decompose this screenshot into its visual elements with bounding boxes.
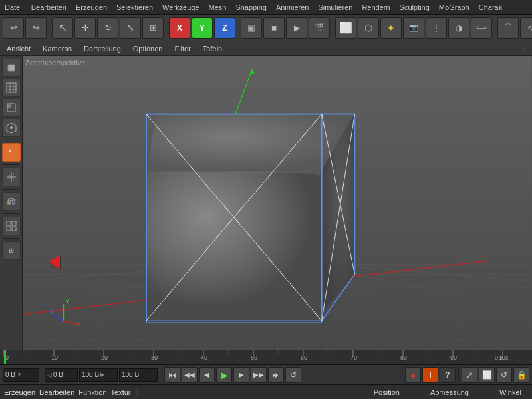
object-mode-btn[interactable] xyxy=(2,59,21,77)
next-frame-button[interactable]: ▶ xyxy=(233,367,249,383)
menu-charak[interactable]: Charak xyxy=(474,2,507,13)
menu-werkzeuge[interactable]: Werkzeuge xyxy=(158,2,203,13)
render-view-button[interactable]: ▶ xyxy=(286,17,307,39)
menu-mograph[interactable]: MoGraph xyxy=(434,2,474,13)
refresh-btn[interactable]: ↺ xyxy=(496,367,512,383)
go-end-button[interactable]: ⏭ xyxy=(268,367,284,383)
timeline[interactable]: 0 10 20 30 40 50 60 70 80 90 100 xyxy=(0,350,532,364)
boole-button[interactable]: ◑ xyxy=(448,17,469,39)
layout-btn[interactable]: ⤢ xyxy=(462,367,477,383)
svg-marker-7 xyxy=(7,104,11,108)
render-region-button[interactable]: ▣ xyxy=(241,17,262,39)
menu-sculpting[interactable]: Sculpting xyxy=(395,2,434,13)
view-filter[interactable]: Filter xyxy=(170,43,194,54)
lock-btn[interactable]: 🔒 xyxy=(513,367,529,383)
view-kameras[interactable]: Kameras xyxy=(39,43,76,54)
grid-btn[interactable] xyxy=(2,217,21,235)
axis-z-button[interactable]: Z xyxy=(214,17,235,39)
axis-y-button[interactable]: Y xyxy=(192,17,213,39)
menu-animieren[interactable]: Animieren xyxy=(271,2,314,13)
status-bearbeiten[interactable]: Bearbeiten xyxy=(39,388,74,396)
view-optionen[interactable]: Optionen xyxy=(129,43,167,54)
settings-btn[interactable] xyxy=(2,241,21,260)
menu-snapping[interactable]: Snapping xyxy=(231,2,271,13)
render-anim-button[interactable]: 🎬 xyxy=(309,17,330,39)
scale-tool-button[interactable]: ⤡ xyxy=(120,17,141,39)
view-tafeln[interactable]: Tafeln xyxy=(199,43,226,54)
undo-button[interactable]: ↩ xyxy=(3,17,24,39)
camera-button[interactable]: 📷 xyxy=(403,17,424,39)
menu-selektieren[interactable]: Selektieren xyxy=(112,2,158,13)
svg-text:70: 70 xyxy=(350,354,357,361)
next-key-button[interactable]: ▶▶ xyxy=(251,367,267,383)
select-tool-button[interactable]: ↖ xyxy=(52,17,73,39)
play-button[interactable]: ▶ xyxy=(216,367,232,383)
viewport-toolbar: Ansicht Kameras Darstellung Optionen Fil… xyxy=(0,41,532,56)
svg-rect-10 xyxy=(7,148,15,156)
snap-grid-btn[interactable] xyxy=(2,168,21,186)
menu-mesh[interactable]: Mesh xyxy=(203,2,231,13)
axis-x-button[interactable]: X xyxy=(169,17,190,39)
key-value-field[interactable]: 100 B xyxy=(119,368,158,382)
statusbar-right: Position Abmessung Winkel xyxy=(374,388,528,396)
view-darstellung[interactable]: Darstellung xyxy=(80,43,125,54)
frame-start-field[interactable]: ◁ 0 B xyxy=(45,368,78,382)
svg-rect-19 xyxy=(12,221,16,225)
go-start-button[interactable]: ⏮ xyxy=(164,367,180,383)
record-button[interactable]: ● xyxy=(405,367,421,383)
render-still-button[interactable]: ◼ xyxy=(263,17,285,39)
left-sidebar xyxy=(0,56,23,350)
current-frame-field[interactable]: 0 B ▼ xyxy=(3,368,39,382)
sculpt-mode-btn[interactable] xyxy=(2,143,21,162)
redo-button[interactable]: ↪ xyxy=(25,17,47,39)
hair-button[interactable]: ∿ xyxy=(520,17,532,39)
magnet-btn[interactable] xyxy=(2,192,21,211)
frame-end-field[interactable]: 100 B ▶ xyxy=(79,368,118,382)
prev-frame-button[interactable]: ◀ xyxy=(199,367,215,383)
svg-text:10: 10 xyxy=(51,354,58,361)
menu-simulieren[interactable]: Simulieren xyxy=(313,2,357,13)
sidebar-sep-3 xyxy=(3,189,19,190)
deform-button[interactable]: ⌒ xyxy=(497,17,519,39)
menu-bearbeiten[interactable]: Bearbeiten xyxy=(27,2,71,13)
loop-button[interactable]: ↺ xyxy=(285,367,301,383)
texture-mode-btn[interactable] xyxy=(2,78,21,97)
transform-tool-button[interactable]: ⊞ xyxy=(142,17,164,39)
status-funktion[interactable]: Funktion xyxy=(78,388,106,396)
cube-prim-button[interactable]: ⬜ xyxy=(335,17,356,39)
sidebar-sep-2 xyxy=(3,164,19,165)
menu-rendern[interactable]: Rendern xyxy=(357,2,394,13)
uv-mode-btn[interactable] xyxy=(2,98,21,117)
rotate-tool-button[interactable]: ↻ xyxy=(97,17,118,39)
help-button[interactable]: ? xyxy=(440,367,456,383)
scheme-btn[interactable]: ⬜ xyxy=(479,367,495,383)
info-button[interactable]: ! xyxy=(422,367,438,383)
main-toolbar: ↩ ↪ ↖ ✛ ↻ ⤡ ⊞ X Y Z ▣ ◼ ▶ 🎬 ⬜ ⬡ ✦ 📷 ⋮ ◑ … xyxy=(0,15,532,41)
svg-rect-20 xyxy=(7,227,11,231)
bp-mode-btn[interactable] xyxy=(2,118,21,137)
sym-button[interactable]: ⟺ xyxy=(471,17,492,39)
prev-key-button[interactable]: ◀◀ xyxy=(182,367,198,383)
playback-sep xyxy=(458,368,459,382)
svg-text:Y: Y xyxy=(65,298,69,305)
view-ansicht[interactable]: Ansicht xyxy=(3,43,35,54)
viewport[interactable]: Zentralperspektive xyxy=(23,56,532,350)
light-button[interactable]: ✦ xyxy=(380,17,402,39)
sidebar-sep-5 xyxy=(3,238,19,239)
sidebar-sep-4 xyxy=(3,213,19,214)
menu-erzeugen[interactable]: Erzeugen xyxy=(71,2,112,13)
view-plus[interactable]: + xyxy=(517,43,529,54)
timeline-ruler: 0 10 20 30 40 50 60 70 80 90 100 xyxy=(3,350,508,365)
menu-datei[interactable]: Datei xyxy=(0,2,27,13)
svg-text:20: 20 xyxy=(101,354,108,361)
status-erzeugen[interactable]: Erzeugen xyxy=(4,388,35,396)
status-abmessung: Abmessung xyxy=(430,388,469,396)
move-tool-button[interactable]: ✛ xyxy=(74,17,96,39)
svg-text:30: 30 xyxy=(151,354,158,361)
subdiv-button[interactable]: ⋮ xyxy=(426,17,447,39)
sphere-prim-button[interactable]: ⬡ xyxy=(358,17,379,39)
menubar: Datei Bearbeiten Erzeugen Selektieren We… xyxy=(0,0,532,15)
svg-text:0 B: 0 B xyxy=(495,354,504,361)
statusbar: Erzeugen Bearbeiten Funktion Textur Posi… xyxy=(0,384,532,399)
status-textur[interactable]: Textur xyxy=(111,388,131,396)
